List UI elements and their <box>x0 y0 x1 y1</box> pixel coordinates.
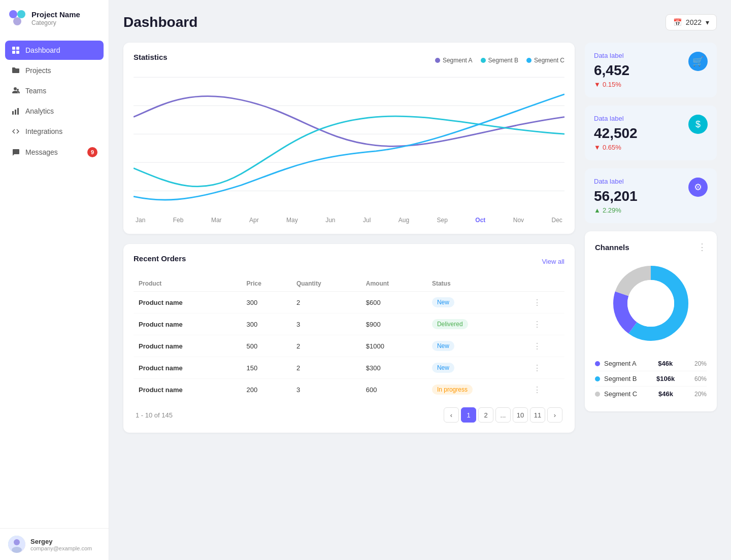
view-all-link[interactable]: View all <box>542 258 564 265</box>
cell-status: New <box>427 335 528 357</box>
row-actions-button[interactable]: ⋮ <box>533 298 541 307</box>
sidebar-item-label: Analytics <box>25 107 54 115</box>
sidebar-item-messages[interactable]: Messages 9 <box>5 142 104 162</box>
sidebar-item-label: Projects <box>25 66 51 75</box>
channel-label-a: Segment A <box>604 360 637 367</box>
channel-dot-c <box>595 392 600 397</box>
month-feb: Feb <box>173 217 184 224</box>
sidebar: Project Name Category Dashboard Projects… <box>0 0 109 560</box>
metric-1-icon: 🛒 <box>688 52 708 71</box>
page-2-button[interactable]: 2 <box>478 407 493 423</box>
channel-amount-b: $106k <box>656 375 675 382</box>
page-title: Dashboard <box>123 14 197 30</box>
chart-header: Statistics Segment A Segment B Segmen <box>134 53 564 67</box>
svg-rect-4 <box>16 47 19 50</box>
channel-amount-a: $46k <box>658 360 673 367</box>
legend-dot-a <box>435 58 440 63</box>
legend-label-a: Segment A <box>443 57 473 64</box>
status-badge: New <box>432 341 454 351</box>
metric-3-info: Data label 56,201 ▲ 2.29% <box>594 178 638 214</box>
col-quantity: Quantity <box>291 276 361 292</box>
legend-item-c: Segment C <box>526 57 564 64</box>
project-category: Category <box>31 19 80 26</box>
metric-2-info: Data label 42,502 ▼ 0.65% <box>594 115 638 151</box>
status-badge: New <box>432 297 454 307</box>
metric-3-change: ▲ 2.29% <box>594 206 638 214</box>
metric-2-label: Data label <box>594 115 638 122</box>
logo-icon <box>8 9 26 27</box>
metric-2-pct: 0.65% <box>603 144 621 151</box>
channel-name-a: Segment A <box>595 360 637 367</box>
pagination-info: 1 - 10 of 145 <box>136 411 173 419</box>
cell-product: Product name <box>134 292 242 313</box>
metric-1-change: ▼ 0.15% <box>594 81 629 88</box>
metric-card-1: Data label 6,452 ▼ 0.15% 🛒 <box>585 43 717 97</box>
channel-legend: Segment A $46k 20% Segment B $106k 60% <box>595 356 707 401</box>
cell-quantity: 2 <box>291 335 361 357</box>
month-oct: Oct <box>475 217 485 224</box>
sidebar-item-integrations[interactable]: Integrations <box>5 122 104 141</box>
svg-point-11 <box>14 539 20 545</box>
cell-product: Product name <box>134 379 242 401</box>
sidebar-item-dashboard[interactable]: Dashboard <box>5 41 104 60</box>
page-1-button[interactable]: 1 <box>461 407 476 423</box>
row-actions-button[interactable]: ⋮ <box>533 342 541 351</box>
month-apr: Apr <box>249 217 259 224</box>
cell-price: 500 <box>242 335 291 357</box>
channels-more-button[interactable]: ⋮ <box>697 241 707 253</box>
chevron-down-icon: ▾ <box>706 18 709 26</box>
status-badge: Delivered <box>432 319 468 329</box>
main-content: Dashboard 📅 2022 ▾ Statistics Segment A <box>109 0 731 560</box>
col-amount: Amount <box>361 276 427 292</box>
cell-status: In progress <box>427 379 528 401</box>
metric-2-value: 42,502 <box>594 125 638 142</box>
cell-actions: ⋮ <box>528 379 564 401</box>
chart-area <box>134 72 564 214</box>
row-actions-button[interactable]: ⋮ <box>533 320 541 329</box>
svg-rect-7 <box>12 111 14 115</box>
donut-chart <box>610 263 691 344</box>
page-11-button[interactable]: 11 <box>530 407 545 423</box>
calendar-icon: 📅 <box>673 18 682 26</box>
legend-dot-c <box>526 58 531 63</box>
prev-page-button[interactable]: ‹ <box>444 407 459 423</box>
cell-price: 300 <box>242 313 291 335</box>
sidebar-item-projects[interactable]: Projects <box>5 61 104 80</box>
metric-3-label: Data label <box>594 178 638 185</box>
user-name: Sergey <box>30 538 92 545</box>
metric-1-info: Data label 6,452 ▼ 0.15% <box>594 52 629 88</box>
cell-quantity: 3 <box>291 313 361 335</box>
sidebar-item-analytics[interactable]: Analytics <box>5 101 104 121</box>
metric-1-pct: 0.15% <box>603 81 621 88</box>
sidebar-item-label: Messages <box>25 148 58 156</box>
channel-pct-c: 20% <box>694 391 707 398</box>
svg-point-2 <box>13 17 21 25</box>
row-actions-button[interactable]: ⋮ <box>533 364 541 372</box>
content-grid: Statistics Segment A Segment B Segmen <box>123 43 717 433</box>
left-column: Statistics Segment A Segment B Segmen <box>123 43 575 433</box>
cell-status: Delivered <box>427 313 528 335</box>
row-actions-button[interactable]: ⋮ <box>533 386 541 394</box>
sidebar-item-teams[interactable]: Teams <box>5 81 104 100</box>
table-header-row: Product Price Quantity Amount Status <box>134 276 564 292</box>
cell-product: Product name <box>134 313 242 335</box>
channel-amount-c: $46k <box>658 390 673 398</box>
legend-label-c: Segment C <box>534 57 564 64</box>
orders-header: Recent Orders View all <box>134 254 564 269</box>
bar-chart-icon <box>11 107 20 116</box>
user-email: company@example.com <box>30 545 92 551</box>
cell-amount: 600 <box>361 379 427 401</box>
next-page-button[interactable]: › <box>547 407 562 423</box>
month-sep: Sep <box>437 217 448 224</box>
channel-label-b: Segment B <box>604 375 637 382</box>
month-mar: Mar <box>211 217 222 224</box>
channel-name-b: Segment B <box>595 375 637 382</box>
donut-chart-container <box>595 258 707 349</box>
svg-point-0 <box>9 10 17 18</box>
page-10-button[interactable]: 10 <box>513 407 528 423</box>
year-selector[interactable]: 📅 2022 ▾ <box>666 14 717 30</box>
metric-1-value: 6,452 <box>594 62 629 79</box>
metric-2-change: ▼ 0.65% <box>594 144 638 151</box>
cell-price: 150 <box>242 357 291 379</box>
svg-rect-5 <box>12 51 15 54</box>
